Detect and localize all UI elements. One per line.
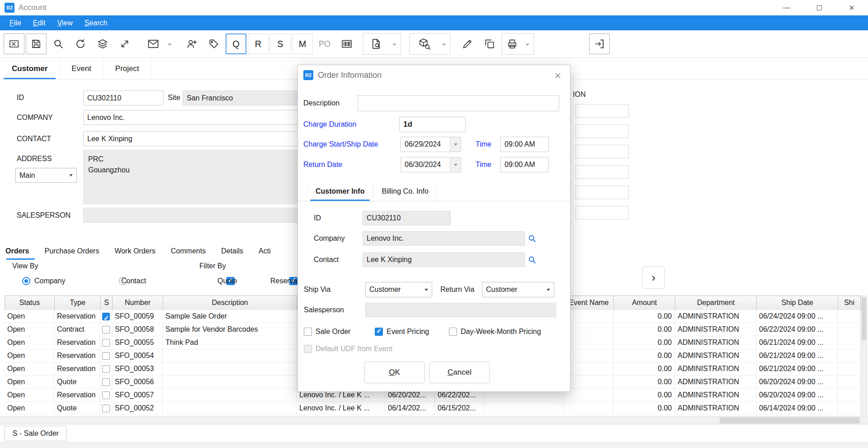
table-row[interactable]: OpenQuoteSFO_00052Lenovo Inc. / Lee K ..… (5, 402, 860, 415)
charge-start-date-input[interactable]: 06/29/2024 (401, 137, 461, 152)
right-panel-field[interactable] (576, 104, 629, 118)
tab-customer[interactable]: Customer (0, 58, 60, 79)
expand-button[interactable] (114, 33, 135, 54)
column-header[interactable]: S (101, 296, 113, 310)
print-button[interactable] (502, 33, 523, 54)
row-select-checkbox[interactable] (102, 378, 110, 386)
column-header[interactable]: Status (5, 296, 55, 310)
charge-duration-input[interactable]: 1d (399, 117, 466, 132)
tab-orders[interactable]: Orders (5, 241, 37, 261)
dialog-company-field[interactable]: Lenovo Inc. (363, 231, 525, 246)
tag-button[interactable] (203, 33, 224, 54)
description-input[interactable] (358, 95, 559, 111)
row-select-checkbox[interactable] (102, 405, 110, 412)
tab-purchase-orders[interactable]: Purchase Orders (37, 241, 107, 261)
return-time-input[interactable]: 09:00 AM (500, 157, 549, 172)
mail-dropdown-button[interactable] (165, 33, 174, 54)
document-search-dropdown-button[interactable] (390, 33, 399, 54)
row-select-checkbox[interactable] (102, 352, 110, 360)
maintenance-filter-button[interactable]: M (292, 33, 313, 54)
ship-via-select[interactable]: Customer (365, 282, 432, 297)
charge-start-time-input[interactable]: 09:00 AM (500, 137, 549, 152)
charge-start-date-label[interactable]: Charge Start/Ship Date (303, 139, 378, 149)
copy-button[interactable] (479, 33, 500, 54)
address-type-select[interactable]: Main (15, 168, 77, 183)
menu-item-view[interactable]: View (51, 19, 78, 27)
return-date-input[interactable]: 06/30/2024 (401, 157, 461, 172)
row-select-checkbox[interactable] (102, 365, 110, 373)
layers-button[interactable] (92, 33, 113, 54)
dialog-contact-field[interactable]: Lee K Xinping (363, 253, 525, 267)
row-select-checkbox[interactable] (102, 391, 110, 399)
date-dropdown-button[interactable] (450, 157, 461, 172)
tab-event[interactable]: Event (60, 58, 103, 79)
menu-item-file[interactable]: File (4, 19, 27, 27)
print-dropdown-button[interactable] (523, 33, 532, 54)
column-header[interactable]: Department (675, 296, 757, 310)
save-button[interactable] (26, 33, 47, 54)
tab-activity[interactable]: Acti (251, 241, 278, 261)
right-panel-field[interactable] (576, 145, 629, 158)
tab-billing-co-info[interactable]: Billing Co. Info (373, 182, 437, 201)
barcode-button[interactable] (336, 33, 357, 54)
horizontal-scrollbar-thumb[interactable] (720, 417, 860, 424)
dwm-pricing-checkbox[interactable] (449, 328, 457, 336)
salesperson-field[interactable] (83, 208, 306, 223)
right-panel-field[interactable] (576, 165, 629, 179)
right-panel-field[interactable] (576, 124, 629, 138)
item-search-dropdown-button[interactable] (439, 33, 448, 54)
column-header[interactable]: Description (163, 296, 297, 310)
event-pricing-checkbox[interactable] (375, 328, 383, 336)
return-via-select[interactable]: Customer (482, 282, 554, 297)
menu-item-edit[interactable]: Edit (27, 19, 52, 27)
quote-filter-button[interactable]: Q (226, 33, 246, 54)
address-field[interactable]: PRC Gouangzhou (83, 150, 306, 204)
ok-button[interactable]: OK (364, 362, 425, 383)
menu-item-search[interactable]: Search (79, 19, 113, 27)
company-search-button[interactable] (528, 234, 537, 243)
column-header[interactable]: Number (113, 296, 163, 310)
close-record-button[interactable] (4, 33, 24, 54)
row-select-checkbox[interactable] (102, 339, 110, 347)
tab-comments[interactable]: Comments (163, 241, 213, 261)
column-header[interactable]: Shi (838, 296, 861, 310)
exit-button[interactable] (589, 33, 610, 54)
refresh-button[interactable] (70, 33, 91, 54)
sale-order-filter-button[interactable]: S (270, 33, 291, 54)
row-select-checkbox[interactable] (102, 326, 110, 334)
search-button[interactable] (48, 33, 69, 54)
contact-field[interactable]: Lee K Xinping (83, 131, 306, 146)
company-field[interactable]: Lenovo Inc. (83, 110, 306, 125)
vertical-scrollbar-thumb[interactable] (862, 297, 866, 340)
tab-project[interactable]: Project (104, 58, 151, 79)
contact-search-button[interactable] (528, 255, 537, 264)
tab-customer-info[interactable]: Customer Info (307, 182, 373, 201)
charge-duration-label[interactable]: Charge Duration (303, 119, 356, 129)
reservation-filter-button[interactable]: R (248, 33, 269, 54)
column-header[interactable]: Type (55, 296, 101, 310)
row-select-checkbox[interactable] (102, 313, 110, 320)
view-by-company-radio[interactable] (22, 277, 30, 285)
column-header[interactable]: Ship Date (757, 296, 838, 310)
tab-work-orders[interactable]: Work Orders (107, 241, 163, 261)
id-field[interactable]: CU302110 (83, 91, 164, 105)
dialog-id-field[interactable]: CU302110 (363, 211, 451, 225)
default-udf-checkbox[interactable] (304, 345, 312, 353)
column-header[interactable]: Amount (614, 296, 675, 310)
item-search-button[interactable] (410, 33, 439, 54)
po-button[interactable]: PO (314, 33, 335, 54)
maximize-button[interactable] (809, 0, 830, 15)
site-field[interactable]: San Francisco (183, 91, 305, 105)
right-panel-field[interactable] (576, 186, 629, 199)
dialog-close-button[interactable]: ✕ (552, 70, 564, 81)
minimize-button[interactable]: — (776, 0, 797, 15)
edit-button[interactable] (457, 33, 478, 54)
right-panel-field[interactable] (576, 206, 629, 219)
document-search-button[interactable] (363, 33, 390, 54)
tab-details[interactable]: Details (213, 241, 251, 261)
dialog-salesperson-field[interactable] (365, 303, 556, 317)
sale-order-checkbox[interactable] (304, 328, 312, 336)
date-dropdown-button[interactable] (450, 137, 461, 152)
mail-button[interactable] (143, 33, 164, 54)
return-date-label[interactable]: Return Date (303, 160, 342, 170)
